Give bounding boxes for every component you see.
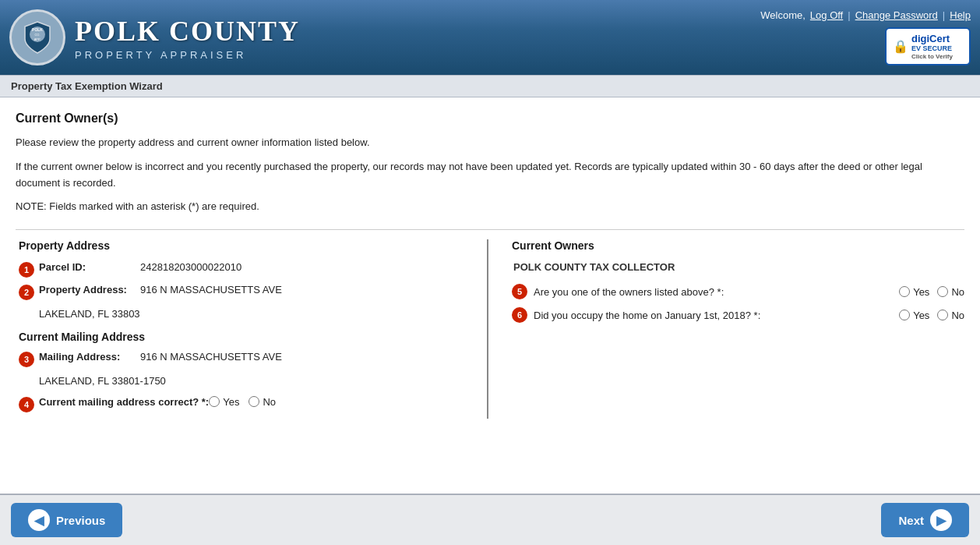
question-5-yes-option[interactable]: Yes (899, 286, 929, 298)
click-verify-label: Click to Verify (911, 53, 953, 61)
header-left: POLK CO. APP. POLK COUNTY PROPERTY APPRA… (9, 9, 300, 65)
county-logo: POLK CO. APP. (9, 9, 65, 65)
svg-text:APP.: APP. (34, 37, 41, 41)
separator2: | (943, 9, 945, 21)
question-6-yes-label: Yes (913, 310, 929, 321)
property-address-row: 2 Property Address: 916 N MASSACHUSETTS … (19, 284, 471, 300)
question-5-row: 5 Are you one of the owners listed above… (512, 284, 964, 299)
header-right: Welcome, Log Off | Change Password | Hel… (760, 9, 971, 66)
left-column: Property Address 1 Parcel ID: 2428182030… (16, 239, 488, 419)
step-number-6: 6 (512, 307, 527, 323)
intro-text-2: If the current owner below is incorrect … (16, 159, 964, 192)
digicert-name: digiCert (911, 33, 953, 45)
parcel-id-label: Parcel ID: (39, 261, 140, 273)
question-5-yes-radio[interactable] (899, 286, 910, 297)
mailing-correct-label: Current mailing address correct? *: (39, 396, 209, 408)
question-5-no-option[interactable]: No (937, 286, 964, 298)
step-number-1: 1 (19, 262, 34, 278)
note-text: NOTE: Fields marked with an asterisk (*)… (16, 199, 964, 215)
question-6-no-label: No (951, 310, 964, 321)
question-6-no-option[interactable]: No (937, 310, 964, 321)
help-link[interactable]: Help (950, 9, 971, 21)
header-title: POLK COUNTY PROPERTY APPRAISER (75, 15, 300, 61)
question-5-yes-label: Yes (913, 286, 929, 298)
intro-text-1: Please review the property address and c… (16, 135, 964, 151)
question-5-text: Are you one of the owners listed above? … (534, 286, 891, 298)
step-number-4: 4 (19, 397, 34, 412)
page-section-title: Current Owner(s) (16, 111, 964, 126)
dept-name: PROPERTY APPRAISER (75, 49, 300, 61)
property-address-line2: LAKELAND, FL 33803 (39, 306, 471, 323)
site-header: POLK CO. APP. POLK COUNTY PROPERTY APPRA… (0, 0, 980, 75)
two-column-layout: Property Address 1 Parcel ID: 2428182030… (16, 229, 964, 419)
welcome-text: Welcome, (760, 9, 806, 21)
mailing-correct-yes-option[interactable]: Yes (209, 396, 239, 408)
mailing-correct-no-radio[interactable] (249, 396, 259, 407)
right-column: Current Owners POLK COUNTY TAX COLLECTOR… (488, 239, 964, 419)
property-address-line2-row: LAKELAND, FL 33803 (39, 306, 471, 323)
svg-text:CO.: CO. (34, 33, 40, 37)
step-number-2: 2 (19, 285, 34, 300)
question-5-options: Yes No (899, 286, 964, 298)
mailing-correct-yes-radio[interactable] (209, 396, 220, 407)
mailing-section-title: Current Mailing Address (19, 331, 471, 343)
digicert-badge[interactable]: 🔒 digiCert EV SECURE Click to Verify (885, 27, 971, 66)
question-6-row: 6 Did you occupy the home on January 1st… (512, 307, 964, 323)
question-6-options: Yes No (899, 310, 964, 321)
mailing-address-line2-row: LAKELAND, FL 33801-1750 (39, 373, 471, 390)
question-5-no-radio[interactable] (937, 286, 948, 297)
step-number-3: 3 (19, 352, 34, 367)
property-address-title: Property Address (19, 239, 471, 252)
mailing-correct-options: Yes No (209, 396, 276, 408)
mailing-address-row: 3 Mailing Address: 916 N MASSACHUSETTS A… (19, 351, 471, 367)
question-6-no-radio[interactable] (937, 310, 948, 320)
mailing-address-line1: 916 N MASSACHUSETTS AVE (140, 351, 282, 363)
question-6-text: Did you occupy the home on January 1st, … (534, 310, 891, 321)
current-owners-title: Current Owners (512, 239, 964, 252)
mailing-correct-no-option[interactable]: No (249, 396, 276, 408)
main-content: Current Owner(s) Please review the prope… (0, 97, 980, 480)
digicert-text: digiCert EV SECURE Click to Verify (911, 33, 953, 61)
parcel-id-value: 242818203000022010 (140, 261, 241, 273)
svg-text:POLK: POLK (32, 27, 43, 32)
step-number-5: 5 (512, 284, 527, 299)
change-password-link[interactable]: Change Password (855, 9, 938, 21)
breadcrumb-bar: Property Tax Exemption Wizard (0, 75, 980, 97)
owner-name: POLK COUNTY TAX COLLECTOR (512, 261, 964, 273)
property-address-label: Property Address: (39, 284, 140, 296)
mailing-correct-no-label: No (263, 396, 276, 408)
mailing-address-line2: LAKELAND, FL 33801-1750 (39, 373, 471, 390)
property-address-value: 916 N MASSACHUSETTS AVE (140, 284, 282, 296)
question-5-no-label: No (951, 286, 964, 298)
ev-secure-label: EV SECURE (911, 44, 953, 53)
log-off-link[interactable]: Log Off (810, 9, 843, 21)
mailing-correct-row: 4 Current mailing address correct? *: Ye… (19, 396, 471, 412)
question-6-yes-option[interactable]: Yes (899, 310, 929, 321)
breadcrumb-title: Property Tax Exemption Wizard (11, 80, 163, 92)
parcel-id-row: 1 Parcel ID: 242818203000022010 (19, 261, 471, 278)
top-nav: Welcome, Log Off | Change Password | Hel… (760, 9, 971, 21)
question-6-yes-radio[interactable] (899, 310, 910, 320)
county-name: POLK COUNTY (75, 15, 300, 48)
mailing-correct-yes-label: Yes (223, 396, 239, 408)
separator1: | (848, 9, 850, 21)
mailing-address-label: Mailing Address: (39, 351, 140, 363)
digicert-logo-icon: 🔒 (893, 39, 908, 54)
